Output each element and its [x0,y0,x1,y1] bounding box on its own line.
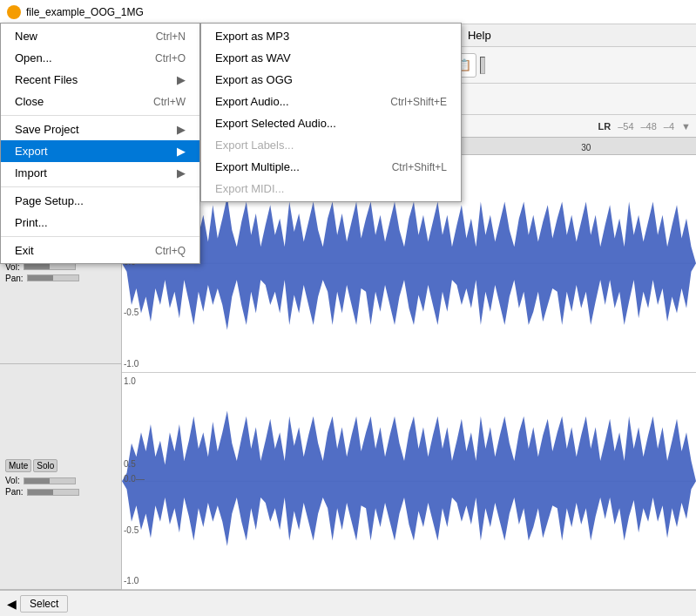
volume-slider-1[interactable] [24,263,76,270]
export-audio-label: Export Audio... [215,95,289,108]
mute-button-2[interactable]: Mute [5,459,31,472]
export-mp3[interactable]: Export as MP3 [201,25,461,47]
y-axis-2-0: 1.0 [124,376,136,386]
file-menu-print-label: Print... [15,216,48,229]
waveform-tracks: 1.0 0.5 0.0— -0.5 -1.0 1.0 0.5 [122,155,696,590]
export-selected[interactable]: Export Selected Audio... [201,112,461,134]
dropdown-arrow[interactable]: ▼ [681,121,691,132]
file-menu-new-label: New [15,30,37,43]
file-menu-new-shortcut: Ctrl+N [156,30,186,43]
file-menu-sep1 [1,115,199,116]
status-bar: ◀ Select [0,590,696,616]
file-menu-exit[interactable]: Exit Ctrl+Q [1,240,199,261]
solo-button-2[interactable]: Solo [33,459,57,472]
volume-control-2: Vol: [5,476,116,485]
file-menu-exit-shortcut: Ctrl+Q [155,245,186,257]
pan-control-1: Pan: [5,274,116,283]
export-midi-label: Export MIDI... [215,182,284,195]
status-arrow-icon: ◀ [7,597,17,611]
pan-slider-2[interactable] [27,489,79,496]
file-menu-print[interactable]: Print... [1,212,199,234]
y-axis-1-n05: -0.5 [124,308,139,317]
window-title: file_example_OOG_1MG [26,6,144,18]
y-axis-1-n10: -1.0 [124,359,139,369]
volume-label-2: Vol: [5,476,20,485]
menu-item-help[interactable]: Help [461,24,498,46]
file-menu-export-arrow: ▶ [177,145,186,158]
file-menu-save-label: Save Project [15,123,79,136]
file-menu-exit-label: Exit [15,244,34,257]
file-menu-open-shortcut: Ctrl+O [155,52,186,64]
track-label-2: Mute Solo Vol: Pan: [0,364,121,591]
output-meter-area: LR –54 –48 –4 ▼ [598,121,691,132]
export-wav[interactable]: Export as WAV [201,47,461,69]
waveform-area: 30 1.0 0.5 0.0— -0.5 -1.0 [122,138,696,590]
export-selected-label: Export Selected Audio... [215,117,336,130]
output-level-meter [480,57,485,74]
file-menu-recent[interactable]: Recent Files ▶ [1,69,199,91]
file-menu-close-label: Close [15,95,44,108]
export-ogg[interactable]: Export as OGG [201,69,461,91]
volume-slider-2[interactable] [24,477,76,484]
status-left: ◀ Select [7,595,68,613]
file-menu-pagesetup-label: Page Setup... [15,194,84,207]
file-menu-new[interactable]: New Ctrl+N [1,25,199,47]
y-axis-2-05: 0.5 [124,459,136,469]
db-neg48: –48 [641,121,657,132]
file-menu-export[interactable]: Export ▶ [1,140,199,162]
export-submenu: Export as MP3 Export as WAV Export as OG… [200,23,462,202]
select-button[interactable]: Select [20,595,68,613]
file-menu-save[interactable]: Save Project ▶ [1,118,199,140]
export-labels-label: Export Labels... [215,139,294,152]
file-menu-export-label: Export [15,145,48,158]
file-menu-save-arrow: ▶ [177,123,186,136]
export-ogg-label: Export as OGG [215,73,293,86]
waveform-track-2[interactable]: 1.0 0.5 0.0— -0.5 -1.0 [122,373,696,591]
file-menu-pagesetup[interactable]: Page Setup... [1,190,199,212]
file-menu-close[interactable]: Close Ctrl+W [1,91,199,112]
pan-control-2: Pan: [5,487,116,497]
y-axis-2-00: 0.0— [124,474,145,484]
track-controls-2: Mute Solo [5,459,116,472]
export-audio[interactable]: Export Audio... Ctrl+Shift+E [201,91,461,112]
pan-label-2: Pan: [5,487,24,497]
ruler-mark-30: 30 [581,143,591,152]
waveform-svg-2 [122,373,696,590]
export-multiple[interactable]: Export Multiple... Ctrl+Shift+L [201,156,461,178]
db-neg54: –54 [618,121,633,132]
y-axis-2-n05: -0.5 [124,525,139,535]
db-neg4: –4 [664,121,674,132]
file-menu-open-label: Open... [15,51,52,64]
export-multiple-label: Export Multiple... [215,160,300,173]
file-menu-close-shortcut: Ctrl+W [153,96,186,108]
file-menu-import-label: Import [15,166,47,179]
file-menu-dropdown: New Ctrl+N Open... Ctrl+O Recent Files ▶… [0,23,200,264]
file-menu-recent-label: Recent Files [15,73,78,86]
file-menu-open[interactable]: Open... Ctrl+O [1,47,199,69]
export-mp3-label: Export as MP3 [215,30,289,43]
lr-label: LR [598,121,611,132]
export-labels: Export Labels... [201,134,461,156]
file-menu-import[interactable]: Import ▶ [1,162,199,184]
pan-slider-1[interactable] [27,274,79,281]
export-wav-label: Export as WAV [215,51,291,64]
file-menu-sep2 [1,186,199,187]
file-menu-sep3 [1,236,199,237]
pan-label-1: Pan: [5,274,24,283]
export-audio-shortcut: Ctrl+Shift+E [390,96,447,108]
file-menu-import-arrow: ▶ [177,166,186,179]
title-bar: file_example_OOG_1MG [0,0,696,24]
app-icon [7,5,21,19]
file-menu-recent-arrow: ▶ [177,73,186,86]
export-midi: Export MIDI... [201,178,461,200]
y-axis-2-n10: -1.0 [124,576,139,586]
export-multiple-shortcut: Ctrl+Shift+L [392,161,447,173]
